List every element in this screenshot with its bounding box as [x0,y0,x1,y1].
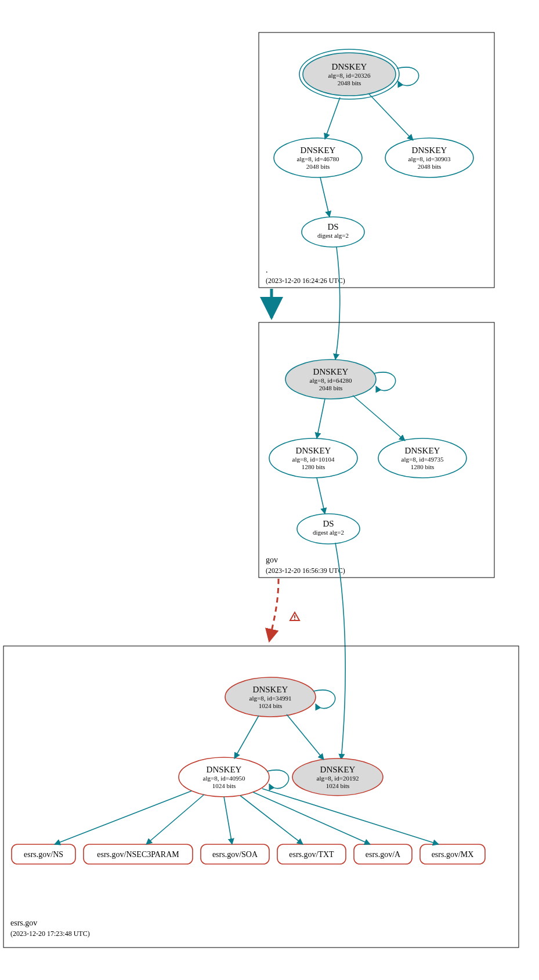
zone-root-timestamp: (2023-12-20 16:24:26 UTC) [266,277,345,285]
zone-root-label: . [266,266,268,274]
rr-mx: esrs.gov/MX [420,844,485,864]
zone-esrs-label: esrs.gov [10,919,37,927]
gov-ksk-line3: 2048 bits [319,384,343,391]
rr-n3p: esrs.gov/NSEC3PARAM [84,844,193,864]
gov-zsk2-line3: 1280 bits [411,463,435,470]
root-zsk2-line3: 2048 bits [418,163,442,170]
root-ksk-selfloop [397,67,419,86]
esrs-zsk-selfloop [267,770,289,789]
root-zsk2-node: DNSKEY alg=8, id=30903 2048 bits [385,138,473,177]
gov-zsk1-node: DNSKEY alg=8, id=10104 1280 bits [269,438,357,478]
esrs-ksk-line2: alg=8, id=34991 [249,695,292,702]
zone-esrs-timestamp: (2023-12-20 17:23:48 UTC) [10,930,90,938]
edge-rootds-govksk [335,247,340,360]
warning-icon [290,612,299,620]
root-zsk2-line2: alg=8, id=30903 [408,155,451,162]
edge-zsk-a [253,792,370,844]
gov-ksk-selfloop [374,372,396,391]
edge-esrsksk-dormant [287,714,324,760]
gov-ksk-node: DNSKEY alg=8, id=64280 2048 bits [285,360,376,399]
edge-esrsksk-zsk [234,716,259,758]
edge-zsk-txt [240,796,303,844]
gov-ds-node: DS digest alg=2 [297,514,360,544]
gov-zsk2-node: DNSKEY alg=8, id=49735 1280 bits [378,438,466,478]
edge-govds-esrs-dormant [335,543,345,760]
root-ds-line2: digest alg=2 [317,232,349,239]
edge-rootksk-zsk2 [369,94,413,140]
root-zsk1-line2: alg=8, id=46780 [297,155,339,162]
root-zsk2-title: DNSKEY [412,146,447,155]
root-zsk1-title: DNSKEY [301,146,336,155]
esrs-ksk-title: DNSKEY [253,685,288,694]
esrs-zsk-line2: alg=8, id=40950 [203,775,245,782]
edge-zsk-n3p [146,794,204,844]
edge-rootksk-zsk1 [325,97,340,139]
edge-govksk-zsk1 [317,399,325,438]
gov-zsk1-title: DNSKEY [296,446,331,455]
root-ds-title: DS [327,222,338,231]
root-zsk1-line3: 2048 bits [306,163,330,170]
edge-govzsk1-ds [317,478,325,514]
rr-soa-label: esrs.gov/SOA [212,850,258,859]
gov-ksk-title: DNSKEY [313,367,349,376]
dnssec-diagram: . (2023-12-20 16:24:26 UTC) DNSKEY alg=8… [0,0,539,980]
gov-zsk1-line3: 1280 bits [302,463,325,470]
zone-root: . (2023-12-20 16:24:26 UTC) DNSKEY alg=8… [259,32,494,288]
edge-deleg-gov-esrs [269,579,278,641]
root-ksk-node: DNSKEY alg=8, id=20326 2048 bits [299,49,399,99]
esrs-ksk-node: DNSKEY alg=8, id=34991 1024 bits [225,677,316,717]
esrs-zsk-title: DNSKEY [207,765,242,774]
edge-zsk-ns [55,791,191,844]
root-ksk-title: DNSKEY [332,62,367,71]
rr-txt: esrs.gov/TXT [277,844,346,864]
gov-ds-title: DS [323,519,334,528]
esrs-dormant-title: DNSKEY [320,765,356,774]
zone-gov: gov (2023-12-20 16:56:39 UTC) DNSKEY alg… [259,322,494,578]
zone-gov-label: gov [266,556,278,564]
rr-n3p-label: esrs.gov/NSEC3PARAM [97,850,179,859]
rr-ns: esrs.gov/NS [12,844,75,864]
root-ds-node: DS digest alg=2 [302,217,364,247]
rr-soa: esrs.gov/SOA [201,844,269,864]
gov-ksk-line2: alg=8, id=64280 [310,377,352,384]
rr-ns-label: esrs.gov/NS [24,850,63,859]
edge-rootzsk1-ds [320,177,330,217]
esrs-ksk-selfloop [313,690,335,709]
gov-zsk1-line2: alg=8, id=10104 [292,456,335,463]
zone-gov-timestamp: (2023-12-20 16:56:39 UTC) [266,567,345,575]
esrs-zsk-node: DNSKEY alg=8, id=40950 1024 bits [179,757,269,797]
rr-mx-label: esrs.gov/MX [432,850,474,859]
zone-esrs: esrs.gov (2023-12-20 17:23:48 UTC) DNSKE… [3,646,519,948]
esrs-dormant-line2: alg=8, id=20192 [317,775,359,782]
gov-ds-line2: digest alg=2 [313,529,344,536]
edge-zsk-soa [224,797,232,844]
root-ksk-line3: 2048 bits [338,79,361,86]
rr-a-label: esrs.gov/A [366,850,401,859]
esrs-dormant-node: DNSKEY alg=8, id=20192 1024 bits [292,758,383,796]
svg-point-12 [294,619,295,620]
root-ksk-line2: alg=8, id=20326 [328,72,371,79]
rr-a: esrs.gov/A [354,844,412,864]
root-zsk1-node: DNSKEY alg=8, id=46780 2048 bits [274,138,362,177]
rr-txt-label: esrs.gov/TXT [289,850,334,859]
gov-zsk2-title: DNSKEY [405,446,440,455]
esrs-ksk-line3: 1024 bits [259,702,283,709]
esrs-dormant-line3: 1024 bits [326,782,350,789]
esrs-zsk-line3: 1024 bits [212,782,236,789]
edge-govksk-zsk2 [353,395,405,441]
gov-zsk2-line2: alg=8, id=49735 [401,456,444,463]
